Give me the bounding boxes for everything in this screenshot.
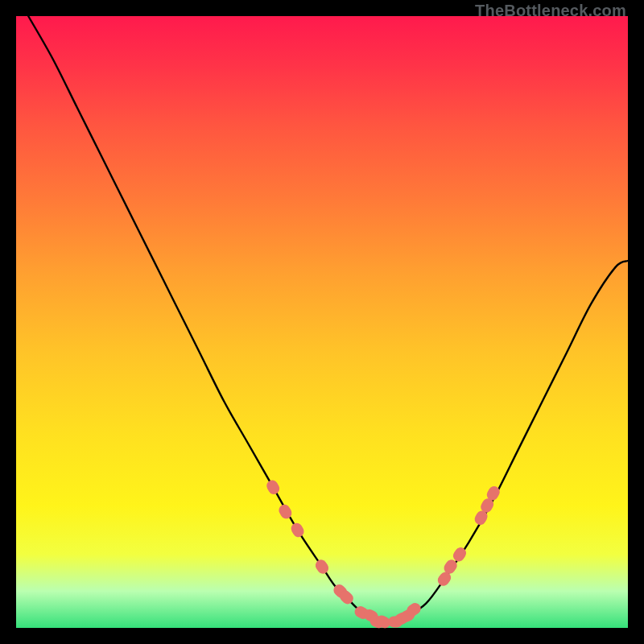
svg-rect-2 <box>289 521 306 539</box>
plot-area <box>16 16 628 628</box>
chart-frame: TheBottleneck.com <box>0 0 644 644</box>
curve-layer <box>16 16 628 628</box>
data-marker <box>265 478 282 497</box>
marker-group <box>265 478 502 630</box>
svg-rect-0 <box>265 478 282 497</box>
data-marker <box>313 558 331 576</box>
data-marker <box>289 521 306 539</box>
main-curve <box>28 16 628 622</box>
svg-rect-3 <box>313 558 331 576</box>
